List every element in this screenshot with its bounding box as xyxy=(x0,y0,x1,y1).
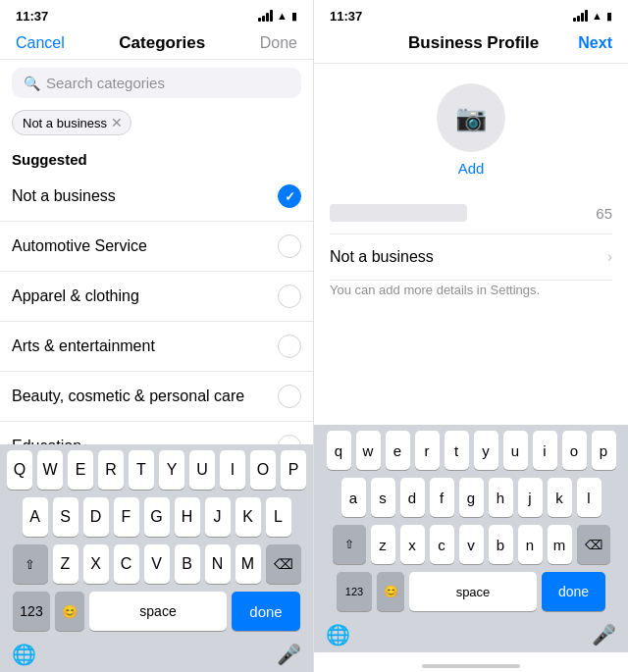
kb-row-3: ⇧ Z X C V B N M ⌫ xyxy=(4,544,309,584)
done-button[interactable]: Done xyxy=(260,34,297,52)
key-rs[interactable]: s xyxy=(371,478,395,517)
backspace-key[interactable]: ⌫ xyxy=(266,544,301,584)
search-bar[interactable]: 🔍 Search categories xyxy=(12,68,301,98)
key-n[interactable]: N xyxy=(205,544,231,584)
key-rc[interactable]: c xyxy=(430,525,454,564)
check-circle[interactable] xyxy=(278,234,301,258)
mic-icon-right[interactable]: 🎤 xyxy=(592,623,616,646)
globe-icon[interactable]: 🌐 xyxy=(12,643,36,666)
key-z[interactable]: Z xyxy=(53,544,78,584)
key-rl[interactable]: l xyxy=(577,478,602,517)
key-g[interactable]: G xyxy=(144,497,170,537)
num-key-right[interactable]: 123 xyxy=(337,572,372,611)
key-w[interactable]: W xyxy=(37,450,63,490)
key-q[interactable]: Q xyxy=(7,450,32,490)
add-photo-button[interactable]: Add xyxy=(458,160,485,177)
check-circle[interactable] xyxy=(278,284,301,308)
key-rj[interactable]: j xyxy=(518,478,543,517)
mic-icon[interactable]: 🎤 xyxy=(277,643,301,666)
list-item[interactable]: Apparel & clothing xyxy=(0,272,313,322)
key-i[interactable]: I xyxy=(220,450,245,490)
section-header: Suggested xyxy=(0,143,313,172)
list-item[interactable]: Arts & entertainment xyxy=(0,322,313,372)
key-o[interactable]: O xyxy=(250,450,276,490)
tag-remove-icon[interactable]: ✕ xyxy=(111,115,123,130)
space-key[interactable]: space xyxy=(89,592,227,631)
status-icons-right: ▲ ▮ xyxy=(573,10,612,23)
num-key[interactable]: 123 xyxy=(13,592,50,631)
key-t[interactable]: T xyxy=(129,450,154,490)
check-circle[interactable] xyxy=(278,385,301,408)
emoji-key-right[interactable]: 😊 xyxy=(377,572,404,611)
key-rq[interactable]: q xyxy=(327,431,351,470)
key-rr[interactable]: r xyxy=(415,431,440,470)
avatar[interactable]: 📷 xyxy=(437,83,505,152)
key-rf[interactable]: f xyxy=(430,478,454,517)
camera-icon: 📷 xyxy=(455,103,487,133)
key-d[interactable]: D xyxy=(83,497,109,537)
key-f[interactable]: F xyxy=(114,497,139,537)
key-c[interactable]: C xyxy=(114,544,139,584)
key-rn[interactable]: n xyxy=(518,525,543,564)
key-p[interactable]: P xyxy=(281,450,306,490)
key-rh[interactable]: h xyxy=(489,478,513,517)
key-rv[interactable]: v xyxy=(459,525,484,564)
key-rg[interactable]: g xyxy=(459,478,484,517)
key-x[interactable]: X xyxy=(83,544,109,584)
key-re[interactable]: e xyxy=(386,431,410,470)
shift-key-right[interactable]: ⇧ xyxy=(333,525,366,564)
battery-icon-right: ▮ xyxy=(606,10,612,23)
key-rp[interactable]: p xyxy=(592,431,616,470)
done-key[interactable]: done xyxy=(232,592,300,631)
key-rz[interactable]: z xyxy=(371,525,395,564)
list-item[interactable]: Automotive Service xyxy=(0,222,313,272)
next-button[interactable]: Next xyxy=(578,34,612,52)
key-rd[interactable]: d xyxy=(400,478,425,517)
cancel-button[interactable]: Cancel xyxy=(16,34,65,52)
right-panel: 11:37 ▲ ▮ Business Profile Next 📷 Add 65 xyxy=(314,0,628,672)
key-rb[interactable]: b xyxy=(489,525,513,564)
list-item[interactable]: Beauty, cosmetic & personal care xyxy=(0,372,313,422)
tag-label: Not a business xyxy=(23,116,107,130)
key-h[interactable]: H xyxy=(175,497,200,537)
key-m[interactable]: M xyxy=(236,544,261,584)
done-key-right[interactable]: done xyxy=(542,572,605,611)
space-key-right[interactable]: space xyxy=(409,572,537,611)
key-j[interactable]: J xyxy=(205,497,231,537)
key-ra[interactable]: a xyxy=(341,478,366,517)
check-circle[interactable] xyxy=(278,335,301,358)
username-field[interactable] xyxy=(330,204,467,222)
backspace-key-right[interactable]: ⌫ xyxy=(577,525,610,564)
profile-section: 📷 Add xyxy=(314,64,628,192)
key-e[interactable]: E xyxy=(68,450,93,490)
check-circle-checked[interactable] xyxy=(278,184,301,208)
key-ry[interactable]: y xyxy=(474,431,498,470)
key-y[interactable]: Y xyxy=(159,450,184,490)
key-rx[interactable]: x xyxy=(400,525,425,564)
key-rw[interactable]: w xyxy=(356,431,381,470)
emoji-key[interactable]: 😊 xyxy=(55,592,84,631)
key-u[interactable]: U xyxy=(189,450,215,490)
key-l[interactable]: L xyxy=(266,497,291,537)
globe-icon-right[interactable]: 🌐 xyxy=(326,623,350,646)
list-item[interactable]: Education xyxy=(0,422,313,444)
shift-key[interactable]: ⇧ xyxy=(13,544,48,584)
key-ru[interactable]: u xyxy=(503,431,528,470)
key-s[interactable]: S xyxy=(53,497,78,537)
key-rm[interactable]: m xyxy=(548,525,572,564)
status-bar-left: 11:37 ▲ ▮ xyxy=(0,0,313,27)
key-rt[interactable]: t xyxy=(445,431,469,470)
key-ri[interactable]: i xyxy=(533,431,557,470)
key-r[interactable]: R xyxy=(98,450,124,490)
key-ro[interactable]: o xyxy=(562,431,587,470)
username-row[interactable]: 65 xyxy=(330,192,612,234)
key-k[interactable]: K xyxy=(236,497,261,537)
selected-tag-chip[interactable]: Not a business ✕ xyxy=(12,110,131,135)
key-rk[interactable]: k xyxy=(548,478,572,517)
chevron-right-icon: › xyxy=(607,248,612,266)
key-v[interactable]: V xyxy=(144,544,170,584)
key-a[interactable]: A xyxy=(23,497,48,537)
check-circle[interactable] xyxy=(278,435,301,444)
list-item[interactable]: Not a business xyxy=(0,172,313,222)
key-b[interactable]: B xyxy=(175,544,200,584)
